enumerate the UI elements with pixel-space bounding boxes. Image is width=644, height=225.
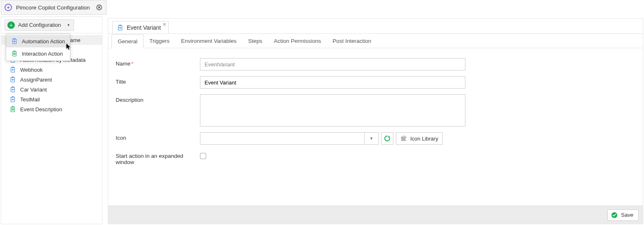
menu-item-interaction-action[interactable]: Interaction Action xyxy=(6,47,70,60)
tab-label: Triggers xyxy=(149,38,170,44)
add-configuration-button[interactable]: + Add Configuration ▼ xyxy=(5,19,74,31)
menu-item-label: Interaction Action xyxy=(22,51,63,57)
refresh-icon xyxy=(384,135,391,142)
tab-general[interactable]: General xyxy=(112,34,144,48)
tab-label: Steps xyxy=(248,38,263,44)
tab-steps[interactable]: Steps xyxy=(242,34,268,48)
tab-label: General xyxy=(118,38,137,45)
name-input[interactable] xyxy=(200,58,465,70)
document-tab-event-variant[interactable]: Event Variant ✕ xyxy=(112,21,169,33)
automation-icon xyxy=(9,86,16,93)
add-configuration-label: Add Configuration xyxy=(18,22,61,28)
expanded-window-checkbox[interactable] xyxy=(200,153,206,159)
document-tab-close-button[interactable]: ✕ xyxy=(162,21,167,28)
icon-library-label: Icon Library xyxy=(410,136,438,142)
panel-header: ✦ Pimcore Copilot Configuration xyxy=(1,0,107,15)
close-icon xyxy=(96,5,102,10)
tab-label: Environment Variables xyxy=(181,38,237,44)
plus-icon: + xyxy=(7,21,15,29)
automation-icon xyxy=(117,24,123,31)
automation-icon xyxy=(9,66,16,73)
tree-label: Event Description xyxy=(20,106,62,112)
library-icon xyxy=(400,135,407,142)
tree-label: AssignParent xyxy=(20,77,52,83)
add-configuration-menu: Automation Action Interaction Action xyxy=(6,34,70,61)
tree-row[interactable]: Car Variant xyxy=(1,84,102,94)
automation-icon xyxy=(9,96,16,103)
icon-label: Icon xyxy=(116,132,200,141)
tree-row[interactable]: TestMail xyxy=(1,94,102,104)
main-panel: Event Variant ✕ General Triggers Environ… xyxy=(108,18,643,224)
tab-label: Post Interaction xyxy=(332,38,371,44)
document-tabs: Event Variant ✕ xyxy=(108,19,643,33)
description-label: Description xyxy=(116,94,200,103)
interaction-icon xyxy=(9,106,16,112)
tree-label: Car Variant xyxy=(20,87,47,93)
title-label: Title xyxy=(116,76,200,85)
title-input[interactable] xyxy=(200,76,465,89)
automation-icon xyxy=(9,76,16,83)
check-circle-icon xyxy=(611,212,618,218)
app-logo-icon: ✦ xyxy=(5,4,12,11)
expanded-window-label: Start action in an expanded window xyxy=(116,150,200,165)
tree-label: Webhook xyxy=(20,67,43,73)
panel-close-button[interactable] xyxy=(95,4,103,11)
tree-label: TestMail xyxy=(20,96,40,103)
general-form: Name* Title Description Icon ▼ xyxy=(108,48,643,206)
icon-refresh-button[interactable] xyxy=(381,132,393,145)
save-button[interactable]: Save xyxy=(607,209,639,221)
description-textarea[interactable] xyxy=(200,94,465,127)
tab-label: Action Permissions xyxy=(274,38,321,44)
menu-item-label: Automation Action xyxy=(22,38,65,45)
tab-environment-variables[interactable]: Environment Variables xyxy=(175,34,242,48)
tree-row[interactable]: Webhook xyxy=(1,65,102,75)
tab-action-permissions[interactable]: Action Permissions xyxy=(268,34,327,48)
tab-triggers[interactable]: Triggers xyxy=(144,34,175,48)
document-tab-label: Event Variant xyxy=(127,24,161,31)
panel-title: Pimcore Copilot Configuration xyxy=(16,5,90,11)
form-footer: Save xyxy=(108,206,643,224)
menu-item-automation-action[interactable]: Automation Action xyxy=(6,35,70,47)
save-button-label: Save xyxy=(621,212,633,218)
inner-tabs: General Triggers Environment Variables S… xyxy=(108,33,643,48)
automation-icon xyxy=(11,38,18,45)
icon-combo-trigger[interactable]: ▼ xyxy=(365,132,379,145)
tree-row[interactable]: Event Description xyxy=(1,104,102,114)
chevron-down-icon: ▼ xyxy=(67,23,70,27)
tab-post-interaction[interactable]: Post Interaction xyxy=(327,34,377,48)
tree-row[interactable]: AssignParent xyxy=(1,75,102,84)
interaction-icon xyxy=(11,50,18,57)
name-label: Name* xyxy=(116,58,200,67)
icon-combo-input[interactable] xyxy=(200,132,365,145)
icon-library-button[interactable]: Icon Library xyxy=(396,132,443,145)
